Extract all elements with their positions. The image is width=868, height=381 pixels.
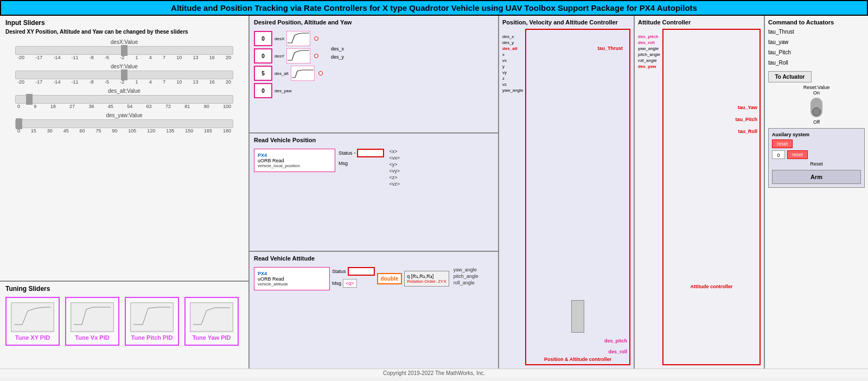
desy-wire-label: des_y	[331, 54, 344, 60]
input-sliders-desc: Desired XY Position, Altitude and Yaw ca…	[5, 29, 243, 35]
desyaw-slider[interactable]	[15, 119, 234, 128]
pos-alt-controller-box: tau_Thrust des_pitch des_roll Position &…	[525, 29, 630, 365]
desx-label: desX:Value	[5, 39, 243, 45]
tune-pitch-pid-box[interactable]: Tune Pitch PID	[125, 297, 179, 346]
vehicle-attitude-label: vehicle_attitude	[258, 282, 326, 287]
px4-uorb-block: PX4 uORB Read vehicle_local_position	[254, 149, 335, 172]
desx-slider[interactable]	[15, 46, 234, 55]
tune-pitch-pid-label: Tune Pitch PID	[131, 334, 173, 341]
tune-pitch-pid-inner	[130, 302, 174, 332]
tau-outputs: tau_Thrust tau_yaw tau_Pitch tau_Roll	[768, 29, 865, 66]
desired-pos-title: Desired Position, Altitude and Yaw	[254, 19, 494, 26]
px4-attitude-block: PX4 uORB Read vehicle_attitude	[254, 267, 330, 290]
desx-value-box: 0	[254, 31, 272, 46]
des-x-input: des_x	[502, 34, 523, 39]
desalt-box-label: des_alt	[275, 71, 289, 76]
desx-wire-label: des_x	[331, 46, 344, 52]
matrix-block	[571, 300, 584, 333]
desy-slider[interactable]	[15, 71, 234, 79]
toggle-switch[interactable]	[810, 98, 822, 117]
tune-vx-pid-inner	[71, 302, 114, 332]
x-output: <x>	[390, 149, 400, 154]
att-ctrl-label: Attitude controller	[666, 284, 757, 289]
desyaw-value-box: 0	[254, 83, 272, 98]
desyaw-slider-group: des_yaw:Value 01530456075901051201351501…	[5, 112, 243, 134]
reset-section-label: Reset	[772, 161, 861, 167]
zero-value-box: 0	[772, 150, 785, 159]
status-msg-lines: Status Msg	[339, 149, 384, 166]
desy-value-box: 0	[254, 48, 272, 63]
arm-button[interactable]: Arm	[772, 170, 861, 184]
desx-box-label: desX	[275, 36, 284, 41]
des-pitch-out: des_pitch	[604, 338, 627, 344]
tune-vx-pid-graph	[71, 303, 113, 331]
read-vehicle-content: PX4 uORB Read vehicle_local_position Sta…	[254, 147, 494, 189]
desy-graph	[286, 48, 310, 63]
msg-text: Msg	[339, 161, 348, 166]
tune-pitch-pid-graph	[131, 303, 173, 331]
rotation-block: q [R₁,R₂,R₃] Rotation Order: ZYX	[404, 271, 449, 287]
desy-label: desY:Value	[5, 63, 243, 69]
pos-ctrl-title: Position, Velocity and Altitude Controll…	[502, 19, 630, 26]
z-output: <z>	[390, 175, 400, 180]
desx-graph	[286, 31, 310, 46]
uorb-read-label: uORB Read	[258, 158, 331, 163]
tune-xy-pid-inner	[11, 302, 54, 332]
y-input: y	[502, 64, 523, 69]
page-title: Altitude and Position Tracking via Rate …	[0, 0, 868, 16]
aux-system-box: Auxilary system reset 0 reset Reset Arm	[768, 128, 865, 188]
tau-pitch-cmd: tau_Pitch	[768, 49, 865, 55]
read-vehicle-section: Read Vehicle Position PX4 uORB Read vehi…	[250, 134, 498, 251]
desx-slider-group: desX:Value -20-17-14-11-8-5-214710131620	[5, 39, 243, 60]
vz-input: vz	[502, 82, 523, 87]
vx-output: <vx>	[390, 155, 400, 161]
des-y-input: des_y	[502, 40, 523, 45]
tune-yaw-pid-graph	[190, 303, 233, 331]
tuning-boxes: Tune XY PID Tune Vx PID	[5, 297, 243, 346]
msg-line: Msg	[339, 161, 384, 166]
att-ctrl-title: Attitude Controller	[638, 19, 761, 26]
tuning-sliders-panel: Tuning Sliders Tune XY PID	[0, 282, 248, 369]
center-main: Desired Position, Altitude and Yaw 0 des…	[250, 16, 499, 369]
px4-attitude-label: PX4	[258, 271, 326, 276]
status-line: Status	[339, 149, 384, 157]
tune-yaw-pid-box[interactable]: Tune Yaw PID	[184, 297, 239, 346]
desalt-slider-group: des_alt:Value 09182736455463728190100	[5, 88, 243, 109]
q-box: <q>	[343, 279, 357, 288]
tune-xy-pid-graph	[11, 303, 54, 331]
vy-input: vy	[502, 70, 523, 75]
reset-button-1[interactable]: reset	[772, 139, 793, 148]
reset-button-2[interactable]: reset	[787, 150, 808, 159]
tune-vx-pid-box[interactable]: Tune Vx PID	[65, 297, 119, 346]
desalt-slider[interactable]	[15, 95, 234, 104]
input-sliders-panel: Input Sliders Desired XY Position, Altit…	[0, 16, 248, 282]
desy-conn	[314, 54, 318, 58]
tune-yaw-pid-inner	[190, 302, 233, 332]
reset-value-label: Reset:Value	[768, 85, 865, 90]
desy-signal-row: 0 desY	[254, 48, 494, 63]
roll-angle-output: roll_angle	[454, 280, 478, 285]
attitude-msg-line: Msg <q>	[332, 279, 375, 288]
att-roll-angle: roll_angle	[638, 58, 660, 63]
status-text: Status	[339, 150, 353, 156]
rotation-order: Rotation Order: ZYX	[407, 279, 446, 284]
on-label: On	[768, 90, 865, 96]
rotation-label: q [R₁,R₂,R₃]	[407, 274, 446, 279]
desy-box-label: desY	[275, 54, 284, 59]
left-panel: Input Sliders Desired XY Position, Altit…	[0, 16, 250, 369]
desired-pos-section: Desired Position, Altitude and Yaw 0 des…	[250, 16, 498, 134]
arm-label: Arm	[810, 174, 822, 180]
att-controller-box: tau_Yaw tau_Pitch tau_Roll Attitude cont…	[662, 29, 761, 365]
aux-system-title: Auxilary system	[772, 132, 861, 137]
desyaw-signal-row: 0 des_yaw	[254, 83, 494, 98]
tau-thrust-label: tau_Thrust	[597, 46, 623, 51]
vehicle-local-label: vehicle_local_position	[258, 163, 331, 168]
tune-xy-pid-box[interactable]: Tune XY PID	[5, 297, 60, 346]
status-dot	[354, 153, 355, 154]
copyright-footer: Copyright 2019-2022 The MathWorks, Inc.	[0, 369, 868, 377]
att-des-pitch: des_pitch	[638, 34, 660, 39]
status-block	[357, 149, 384, 157]
pos-alt-ctrl-label: Position & Altitude controller	[544, 357, 611, 362]
px4-label: PX4	[258, 153, 331, 158]
toggle-knob	[812, 107, 821, 116]
